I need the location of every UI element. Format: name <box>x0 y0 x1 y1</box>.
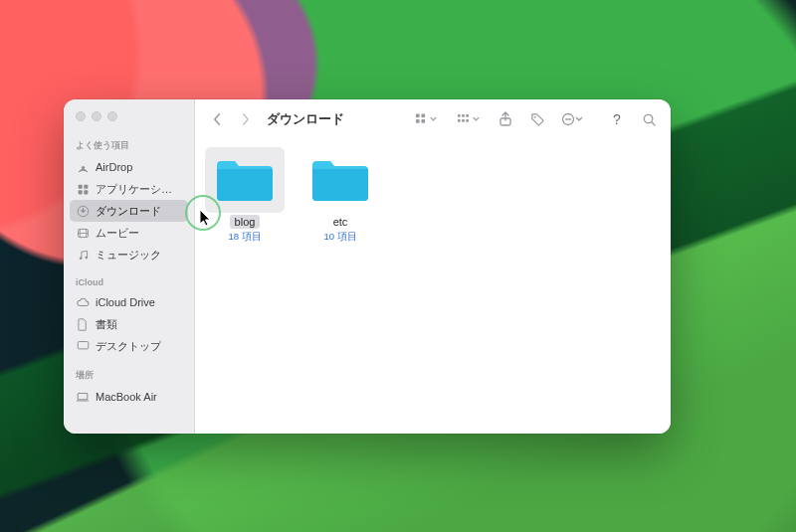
sidebar-item-desktop[interactable]: デスクトップ <box>64 335 194 357</box>
svg-point-25 <box>567 118 569 120</box>
sidebar-section-icloud: iCloud iCloud Drive 書類 デスクトップ <box>64 271 194 363</box>
icloud-icon <box>76 295 90 309</box>
finder-window: よく使う項目 AirDrop アプリケーシ… ダウンロード ムービー ミュージッ… <box>64 99 671 434</box>
folder-meta: 18 項目 <box>228 231 261 244</box>
sidebar-item-label: アプリケーシ… <box>96 182 172 197</box>
tag-button[interactable] <box>525 107 549 131</box>
sidebar-heading: よく使う項目 <box>64 135 194 156</box>
apps-icon <box>76 182 90 196</box>
svg-rect-12 <box>421 113 425 117</box>
folder-name: etc <box>328 215 353 229</box>
svg-point-27 <box>644 114 652 122</box>
help-button[interactable]: ? <box>605 107 629 131</box>
documents-icon <box>76 317 90 331</box>
sidebar-item-label: ミュージック <box>96 248 161 263</box>
sidebar-item-icloud-drive[interactable]: iCloud Drive <box>64 291 194 313</box>
downloads-icon <box>76 204 90 218</box>
svg-rect-18 <box>458 119 461 122</box>
movies-icon <box>76 226 90 240</box>
svg-rect-17 <box>466 114 469 117</box>
folder-item[interactable]: blog 18 項目 <box>205 147 285 244</box>
sidebar-item-documents[interactable]: 書類 <box>64 313 194 335</box>
music-icon <box>76 248 90 262</box>
toolbar: ダウンロード ? <box>195 99 671 139</box>
window-title: ダウンロード <box>267 111 344 128</box>
forward-button[interactable] <box>233 107 257 131</box>
folder-name: blog <box>230 215 261 229</box>
svg-rect-1 <box>78 184 82 188</box>
folder-icon <box>300 147 380 213</box>
svg-rect-9 <box>78 342 89 349</box>
sidebar-item-downloads[interactable]: ダウンロード <box>70 200 188 222</box>
svg-rect-14 <box>421 119 425 123</box>
svg-rect-13 <box>416 119 420 123</box>
sidebar-item-label: 書類 <box>96 317 117 332</box>
sidebar-item-label: MacBook Air <box>96 391 157 403</box>
svg-rect-19 <box>462 119 465 122</box>
svg-point-7 <box>79 257 82 260</box>
airdrop-icon <box>76 160 90 174</box>
svg-point-26 <box>569 118 571 120</box>
window-controls[interactable] <box>64 109 194 133</box>
sidebar-item-macbook[interactable]: MacBook Air <box>64 386 194 408</box>
sidebar-item-label: AirDrop <box>96 161 132 173</box>
folder-item[interactable]: etc 10 項目 <box>300 147 380 244</box>
folder-icon <box>205 147 285 213</box>
svg-point-24 <box>565 118 567 120</box>
sidebar-section-favorites: よく使う項目 AirDrop アプリケーシ… ダウンロード ムービー ミュージッ… <box>64 133 194 271</box>
group-by-button[interactable] <box>452 107 486 131</box>
folder-meta: 10 項目 <box>323 231 356 244</box>
search-button[interactable] <box>637 107 661 131</box>
sidebar-item-label: デスクトップ <box>96 339 161 354</box>
svg-rect-4 <box>84 190 88 194</box>
laptop-icon <box>76 390 90 404</box>
sidebar-item-applications[interactable]: アプリケーシ… <box>64 178 194 200</box>
svg-rect-2 <box>84 184 88 188</box>
svg-rect-10 <box>78 393 88 399</box>
svg-rect-20 <box>466 119 469 122</box>
close-button[interactable] <box>76 111 86 121</box>
view-mode-button[interactable] <box>410 107 444 131</box>
sidebar-item-music[interactable]: ミュージック <box>64 244 194 266</box>
sidebar-item-label: ムービー <box>96 226 139 241</box>
share-button[interactable] <box>494 107 517 131</box>
zoom-button[interactable] <box>107 111 117 121</box>
sidebar-item-airdrop[interactable]: AirDrop <box>64 156 194 178</box>
back-button[interactable] <box>205 107 229 131</box>
svg-point-22 <box>533 115 535 117</box>
svg-rect-15 <box>458 114 461 117</box>
svg-rect-3 <box>78 190 82 194</box>
sidebar-heading: 場所 <box>64 365 194 386</box>
svg-rect-16 <box>462 114 465 117</box>
svg-rect-11 <box>416 113 420 117</box>
minimize-button[interactable] <box>92 111 101 121</box>
sidebar-item-movies[interactable]: ムービー <box>64 222 194 244</box>
more-button[interactable] <box>557 107 587 131</box>
sidebar: よく使う項目 AirDrop アプリケーシ… ダウンロード ムービー ミュージッ… <box>64 99 195 434</box>
desktop-icon <box>76 339 90 353</box>
sidebar-item-label: ダウンロード <box>96 204 161 219</box>
main-pane: ダウンロード ? blog 18 項目 <box>195 99 671 434</box>
sidebar-section-locations: 場所 MacBook Air <box>64 363 194 414</box>
svg-point-0 <box>81 165 84 168</box>
content-area[interactable]: blog 18 項目 etc 10 項目 <box>195 139 671 434</box>
sidebar-item-label: iCloud Drive <box>96 296 155 308</box>
svg-point-8 <box>85 256 88 259</box>
sidebar-heading: iCloud <box>64 273 194 291</box>
